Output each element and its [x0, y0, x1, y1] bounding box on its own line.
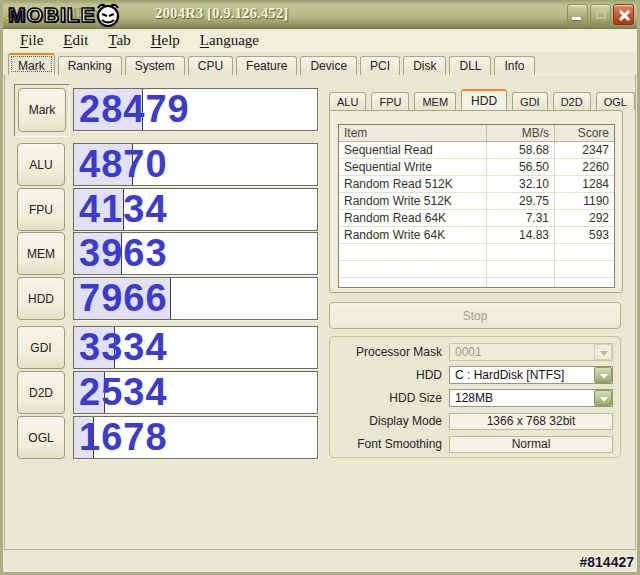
- table-row-empty: [339, 278, 614, 288]
- field-label: Processor Mask: [334, 345, 442, 359]
- mobile01-logo: MOBILE: [8, 1, 122, 29]
- tab-feature[interactable]: Feature: [236, 56, 297, 75]
- tab-system[interactable]: System: [125, 56, 185, 75]
- maximize-icon: [596, 10, 606, 19]
- maximize-button[interactable]: [590, 4, 611, 25]
- menu-tab[interactable]: Tab: [98, 31, 140, 50]
- minimize-button[interactable]: [567, 4, 588, 25]
- menu-help[interactable]: Help: [141, 31, 190, 50]
- category-button-gdi[interactable]: GDI: [17, 326, 65, 369]
- table-row: Sequential Write 56.50 2260: [339, 159, 614, 176]
- row-score: 1284: [554, 176, 614, 192]
- menu-language[interactable]: Language: [190, 31, 269, 50]
- devil-mascot-icon: [94, 1, 122, 29]
- logo-letter-m: M: [8, 3, 27, 26]
- chevron-down-icon[interactable]: [594, 390, 612, 406]
- field-label: Display Mode: [334, 414, 442, 428]
- table-row: Random Read 64K 7.31 292: [339, 210, 614, 227]
- menu-file[interactable]: File: [10, 31, 53, 50]
- settings-group: Processor Mask 0001 HDD C : HardDisk [NT…: [329, 336, 621, 458]
- table-row-empty: [339, 244, 614, 261]
- detail-tab-d2d[interactable]: D2D: [553, 92, 591, 110]
- detail-tab-fpu[interactable]: FPU: [371, 92, 409, 110]
- score-gauge-alu: 4870: [73, 143, 318, 186]
- row-item: Random Read 512K: [339, 176, 486, 192]
- table-row: Random Write 512K 29.75 1190: [339, 193, 614, 210]
- row-score: 1190: [554, 193, 614, 209]
- category-button-alu[interactable]: ALU: [17, 143, 65, 186]
- row-mbs: 29.75: [486, 193, 554, 209]
- category-button-mark[interactable]: Mark: [18, 88, 66, 132]
- tab-mark[interactable]: Mark: [8, 53, 55, 75]
- score-gauge-fpu: 4134: [73, 188, 318, 231]
- detail-tab-gdi[interactable]: GDI: [512, 92, 548, 110]
- score-value-fpu: 4134: [79, 190, 168, 228]
- detail-tab-alu[interactable]: ALU: [329, 92, 366, 110]
- row-mbs: 32.10: [486, 176, 554, 192]
- category-button-ogl[interactable]: OGL: [17, 416, 65, 459]
- tab-ranking[interactable]: Ranking: [58, 56, 122, 75]
- column-header-score[interactable]: Score: [554, 125, 614, 141]
- close-button[interactable]: [613, 4, 634, 25]
- menu-bar: File Edit Tab Help Language: [0, 29, 640, 52]
- field-label: Font Smoothing: [334, 437, 442, 451]
- category-button-fpu[interactable]: FPU: [17, 188, 65, 231]
- tab-disk[interactable]: Disk: [403, 56, 446, 75]
- hdd-results-table: Item MB/s Score Sequential Read 58.68 23…: [338, 124, 615, 288]
- tab-device[interactable]: Device: [300, 56, 357, 75]
- table-row: Random Read 512K 32.10 1284: [339, 176, 614, 193]
- title-bar[interactable]: ★ CrystalMark MOBILE 2004R3 [0.9.126.452…: [0, 0, 640, 29]
- row-score: 2260: [554, 159, 614, 175]
- score-gauge-mark: 28479: [73, 88, 318, 131]
- score-gauge-hdd: 7966: [73, 277, 318, 320]
- detail-panel: Item MB/s Score Sequential Read 58.68 23…: [329, 110, 623, 293]
- score-value-mem: 3963: [79, 234, 168, 272]
- display-mode-value: 1366 x 768 32bit: [449, 413, 613, 430]
- tab-dll[interactable]: DLL: [449, 56, 491, 75]
- field-label: HDD: [334, 368, 442, 382]
- detail-tab-mem[interactable]: MEM: [414, 92, 456, 110]
- category-button-mem[interactable]: MEM: [17, 232, 65, 275]
- row-mbs: 7.31: [486, 210, 554, 226]
- menu-edit[interactable]: Edit: [53, 31, 98, 50]
- row-item: Sequential Write: [339, 159, 486, 175]
- score-value-mark: 28479: [79, 90, 190, 128]
- field-display-mode: Display Mode 1366 x 768 32bit: [334, 412, 613, 430]
- category-button-hdd[interactable]: HDD: [17, 277, 65, 320]
- column-header-item[interactable]: Item: [339, 125, 486, 141]
- hdd-size-combobox[interactable]: 128MB: [449, 389, 613, 407]
- row-mbs: 58.68: [486, 142, 554, 158]
- row-item: Random Write 512K: [339, 193, 486, 209]
- row-score: 2347: [554, 142, 614, 158]
- row-score: 593: [554, 227, 614, 243]
- combobox-value: C : HardDisk [NTFS]: [450, 367, 594, 383]
- minimize-icon: [572, 17, 581, 20]
- font-smoothing-value: Normal: [449, 436, 613, 453]
- table-header-row: Item MB/s Score: [339, 125, 614, 142]
- score-value-hdd: 7966: [79, 279, 168, 317]
- field-processor-mask: Processor Mask 0001: [334, 343, 613, 361]
- row-item: Random Write 64K: [339, 227, 486, 243]
- row-mbs: 14.83: [486, 227, 554, 243]
- table-row: Random Write 64K 14.83 593: [339, 227, 614, 244]
- hdd-combobox[interactable]: C : HardDisk [NTFS]: [449, 366, 613, 384]
- detail-tab-ogl[interactable]: OGL: [596, 92, 635, 110]
- tab-pci[interactable]: PCI: [360, 56, 400, 75]
- table-row: Sequential Read 58.68 2347: [339, 142, 614, 159]
- score-gauge-mem: 3963: [73, 232, 318, 275]
- window-title: 2004R3 [0.9.126.452]: [155, 5, 288, 22]
- field-font-smoothing: Font Smoothing Normal: [334, 435, 613, 453]
- logo-letters: OBILE: [27, 3, 96, 26]
- detail-tab-hdd[interactable]: HDD: [461, 89, 507, 110]
- stop-button[interactable]: Stop: [329, 302, 621, 329]
- row-score: 292: [554, 210, 614, 226]
- tab-info[interactable]: Info: [494, 56, 534, 75]
- category-button-d2d[interactable]: D2D: [17, 371, 65, 414]
- tab-cpu[interactable]: CPU: [188, 56, 233, 75]
- field-label: HDD Size: [334, 391, 442, 405]
- row-item: Random Read 64K: [339, 210, 486, 226]
- forum-post-watermark: #814427: [579, 554, 634, 570]
- column-header-mbs[interactable]: MB/s: [486, 125, 554, 141]
- chevron-down-icon[interactable]: [594, 367, 612, 383]
- combobox-value: 0001: [450, 344, 594, 360]
